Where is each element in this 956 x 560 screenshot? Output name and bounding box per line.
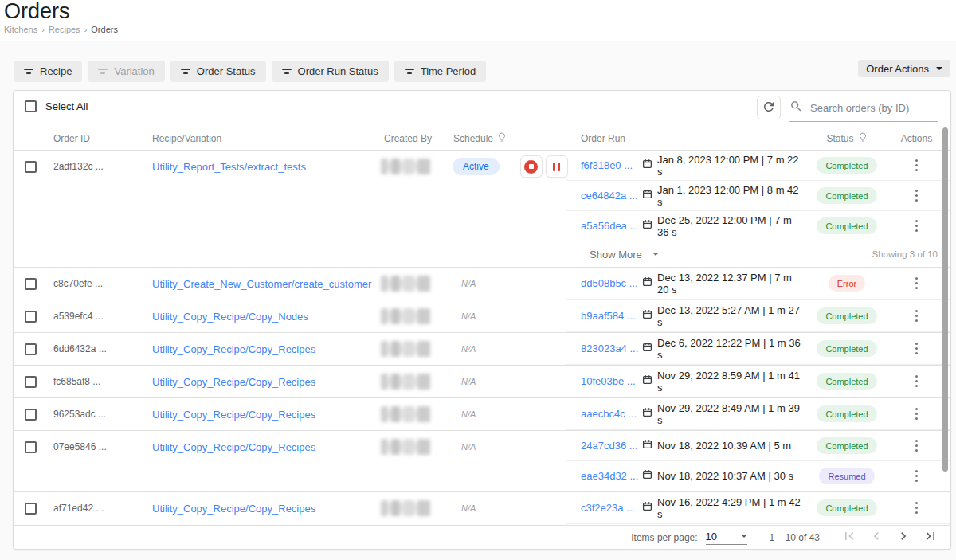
status-badge: Completed	[817, 405, 876, 422]
last-page-button[interactable]	[920, 528, 941, 547]
table-header-row: Order ID Recipe/Variation Created By Sch…	[14, 127, 950, 151]
schedule-cell: N/A	[450, 442, 566, 452]
show-more-button[interactable]: Show More	[590, 249, 659, 260]
run-datetime: Jan 1, 2023 12:00 PM | 8 m 42 s	[657, 184, 803, 208]
row-checkbox[interactable]	[25, 503, 37, 515]
column-header-order-run: Order Run	[581, 133, 625, 144]
order-run-link[interactable]: 823023a4 ...	[581, 343, 642, 354]
order-run-link[interactable]: 24a7cd36 ...	[581, 440, 642, 452]
recipe-link[interactable]: Utility_Copy_Recipe/Copy_Nodes	[152, 311, 376, 323]
show-more-row: Show More Showing 3 of 10	[566, 241, 950, 267]
status-badge: Completed	[817, 187, 876, 204]
order-run-row: c3f2e23a ... Nov 16, 2022 4:29 PM | 1 m …	[566, 492, 950, 524]
status-badge: Completed	[817, 217, 876, 234]
run-actions-menu-button[interactable]	[911, 465, 923, 487]
calendar-icon	[642, 501, 652, 514]
breadcrumb-kitchens[interactable]: Kitchens	[4, 25, 37, 34]
stop-schedule-button[interactable]	[520, 155, 543, 178]
schedule-hint-bulb-icon[interactable]	[497, 131, 507, 145]
filter-chip[interactable]: Time Period	[394, 61, 487, 82]
table-topbar: Select All	[14, 91, 950, 127]
row-checkbox[interactable]	[25, 311, 37, 323]
run-actions-menu-button[interactable]	[911, 185, 923, 206]
run-actions-menu-button[interactable]	[911, 272, 923, 294]
recipe-link[interactable]: Utility_Copy_Recipe/Copy_Recipes	[152, 503, 376, 515]
run-actions-menu-button[interactable]	[911, 305, 923, 327]
order-run-link[interactable]: b9aaf584 ...	[581, 310, 642, 322]
recipe-link[interactable]: Utility_Copy_Recipe/Copy_Recipes	[152, 409, 376, 421]
order-run-link[interactable]: 10fe03be ...	[581, 375, 642, 387]
created-by-redacted-avatar	[381, 159, 430, 174]
row-checkbox[interactable]	[25, 409, 37, 421]
breadcrumb-orders: Orders	[91, 25, 118, 34]
filter-icon	[24, 69, 33, 73]
row-checkbox[interactable]	[25, 376, 37, 388]
order-id: 6dd6432a ...	[53, 343, 152, 354]
order-run-link[interactable]: eae34d32 ...	[581, 470, 642, 482]
run-datetime: Dec 6, 2022 12:22 PM | 1 m 36 s	[657, 337, 803, 361]
calendar-icon	[642, 276, 652, 289]
filter-chip-label: Order Status	[197, 65, 256, 77]
order-runs-panel: 24a7cd36 ... Nov 18, 2022 10:39 AM | 5 m…	[566, 431, 950, 491]
filter-chip[interactable]: Variation	[88, 61, 164, 82]
order-runs-panel: dd508b5c ... Dec 13, 2022 12:37 PM | 7 m…	[566, 268, 950, 300]
recipe-link[interactable]: Utility_Copy_Recipe/Copy_Recipes	[152, 441, 376, 453]
select-all[interactable]: Select All	[25, 100, 88, 112]
chevron-left-icon	[868, 528, 884, 546]
refresh-icon	[762, 100, 776, 116]
filter-chip[interactable]: Order Status	[170, 61, 266, 82]
row-checkbox[interactable]	[25, 161, 37, 173]
order-run-link[interactable]: ce64842a ...	[581, 190, 642, 202]
chevron-right-icon	[895, 528, 911, 546]
search-input[interactable]	[810, 102, 938, 114]
next-page-button[interactable]	[893, 528, 914, 547]
recipe-link[interactable]: Utility_Copy_Recipe/Copy_Recipes	[152, 343, 376, 355]
schedule-na-label: N/A	[453, 377, 476, 386]
order-run-row: eae34d32 ... Nov 18, 2022 10:37 AM | 30 …	[566, 461, 950, 491]
first-page-button[interactable]	[839, 528, 860, 547]
table-row: fc685af8 ... Utility_Copy_Recipe/Copy_Re…	[14, 365, 950, 397]
row-checkbox[interactable]	[25, 343, 37, 355]
kebab-icon	[915, 440, 918, 452]
run-actions-menu-button[interactable]	[911, 370, 923, 392]
run-actions-menu-button[interactable]	[911, 403, 923, 425]
select-all-checkbox[interactable]	[25, 100, 37, 112]
run-actions-menu-button[interactable]	[911, 435, 923, 456]
order-run-link[interactable]: dd508b5c ...	[581, 277, 642, 289]
order-run-row: 10fe03be ... Nov 29, 2022 8:59 AM | 1 m …	[566, 366, 950, 397]
kebab-icon	[915, 159, 918, 171]
prev-page-button[interactable]	[866, 528, 887, 547]
recipe-link[interactable]: Utility_Report_Tests/extract_tests	[152, 161, 376, 173]
recipe-link[interactable]: Utility_Copy_Recipe/Copy_Recipes	[152, 376, 376, 388]
order-actions-button[interactable]: Order Actions	[858, 60, 950, 77]
run-actions-menu-button[interactable]	[911, 338, 923, 359]
vertical-scrollbar-thumb[interactable]	[942, 127, 948, 472]
refresh-button[interactable]	[757, 96, 781, 119]
order-run-link[interactable]: aaecbc4c ...	[581, 408, 642, 420]
items-per-page-select[interactable]: 10	[706, 531, 747, 545]
calendar-icon	[642, 374, 652, 387]
column-header-recipe-variation: Recipe/Variation	[152, 133, 376, 144]
run-actions-menu-button[interactable]	[911, 215, 923, 237]
filter-chip[interactable]: Order Run Status	[272, 61, 389, 82]
filter-chip[interactable]: Recipe	[14, 61, 82, 82]
order-run-link[interactable]: f6f318e0 ...	[581, 159, 642, 171]
order-run-link[interactable]: c3f2e23a ...	[581, 502, 642, 514]
row-checkbox[interactable]	[25, 441, 37, 453]
pause-schedule-button[interactable]	[546, 155, 568, 178]
column-header-status: Status	[826, 133, 853, 144]
run-actions-menu-button[interactable]	[911, 155, 923, 176]
run-actions-menu-button[interactable]	[911, 497, 923, 519]
run-schedule: Jan 8, 2023 12:00 PM | 7 m 22 s	[642, 154, 803, 178]
status-hint-bulb-icon[interactable]	[858, 131, 868, 145]
schedule-active-badge: Active	[453, 158, 500, 175]
row-checkbox[interactable]	[25, 278, 37, 290]
filter-chip-label: Time Period	[421, 65, 476, 77]
breadcrumb-recipes[interactable]: Recipes	[49, 25, 80, 34]
filter-chip-label: Recipe	[40, 65, 72, 77]
breadcrumb-separator: ›	[41, 25, 45, 34]
recipe-link[interactable]: Utility_Create_New_Customer/create_custo…	[152, 278, 376, 290]
schedule-cell: N/A	[450, 377, 566, 386]
table-row: a539efc4 ... Utility_Copy_Recipe/Copy_No…	[14, 300, 950, 332]
order-run-link[interactable]: a5a56dea ...	[581, 220, 642, 232]
